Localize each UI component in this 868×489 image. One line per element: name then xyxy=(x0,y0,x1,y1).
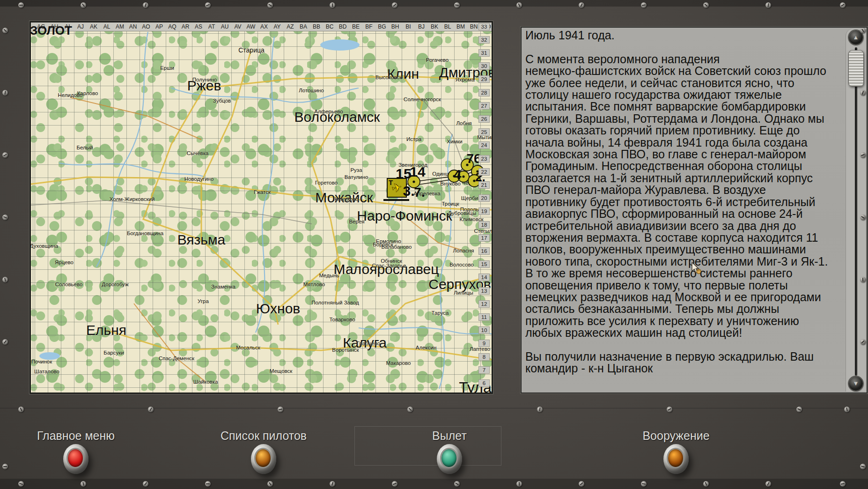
grid-row-label: 26 xyxy=(478,115,490,123)
grid-column-label: BB xyxy=(313,23,320,30)
grid-column-label: AN xyxy=(129,23,137,30)
map-label-fragment: ЗОЛОТ xyxy=(31,23,72,38)
screw-icon xyxy=(796,407,802,412)
grid-column-label: AS xyxy=(195,23,202,30)
screw-icon xyxy=(143,2,148,8)
screw-icon xyxy=(844,407,850,412)
grid-row-label: 22 xyxy=(478,168,490,176)
map-town-label: Одинцово xyxy=(432,171,457,177)
map-town-label: Макарово xyxy=(386,360,411,366)
screw-icon xyxy=(516,2,522,8)
waypoint-marker xyxy=(461,159,473,171)
screw-slot xyxy=(704,4,707,7)
main-menu-button-label: Главное меню xyxy=(37,429,115,443)
map-town-label: Холм-Жирковский xyxy=(110,196,155,202)
map-town-label: Знаменка xyxy=(211,284,235,289)
grid-row-label: 15 xyxy=(478,260,490,268)
pilots-list-button[interactable] xyxy=(251,444,276,474)
map-grid-column-header: AGAHAIAJAKALAMANAOAPAQARASATAUAVAWAXAYAZ… xyxy=(31,22,492,31)
screw-icon xyxy=(267,2,273,8)
grid-row-label: 13 xyxy=(478,287,490,295)
grid-column-label: BD xyxy=(339,23,347,30)
map-town-label: Троицк xyxy=(441,201,459,207)
grid-row-label: 10 xyxy=(478,326,490,334)
scrollbar-thumb[interactable] xyxy=(848,50,864,87)
button-gem xyxy=(256,449,271,467)
grid-column-label: AO xyxy=(142,23,150,30)
map-town-label: Карлово xyxy=(77,90,98,96)
screw-slot xyxy=(269,482,272,486)
scrollbar[interactable]: ▲ ▼ xyxy=(846,29,866,392)
grid-row-label: 12 xyxy=(478,300,490,308)
screw-icon xyxy=(2,464,8,469)
briefing-map[interactable]: СтарицаРжевКлинДмитровВолоколамскМожайск… xyxy=(31,22,492,393)
scroll-down-button[interactable]: ▼ xyxy=(849,377,863,391)
screw-slot xyxy=(268,4,272,7)
map-city-label: Юхнов xyxy=(256,301,301,317)
screw-icon xyxy=(205,481,211,487)
screw-icon xyxy=(454,481,460,487)
grid-column-label: AY xyxy=(273,23,280,30)
map-town-label: Дубровицы xyxy=(448,210,477,216)
map-town-label: Высоковск xyxy=(375,74,402,80)
screw-icon xyxy=(860,464,866,469)
grid-column-label: BN xyxy=(470,23,478,30)
map-city-label: Старица xyxy=(238,46,265,54)
screw-icon xyxy=(392,481,397,487)
screw-icon xyxy=(2,28,8,33)
screw-slot xyxy=(841,4,845,7)
top-metal-band xyxy=(0,0,868,7)
grid-row-label: 18 xyxy=(478,221,490,229)
map-town-label: Алферьево xyxy=(314,109,343,114)
screw-slot xyxy=(4,278,6,282)
screw-icon xyxy=(641,481,647,487)
screw-icon xyxy=(330,481,335,487)
map-town-label: Белый xyxy=(77,145,93,150)
main-menu-button[interactable] xyxy=(63,444,88,474)
button-gem xyxy=(668,449,683,467)
briefing-panel: Июль 1941 года. С момента вероломного на… xyxy=(521,27,868,393)
arming-button-label: Вооружение xyxy=(642,429,709,443)
grid-column-label: AT xyxy=(208,23,215,30)
map-town-label: Полотняный Завод xyxy=(311,300,359,305)
map-town-label: Горетово xyxy=(315,180,338,185)
screw-slot xyxy=(3,29,7,32)
screw-slot xyxy=(408,408,412,411)
map-town-label: Солнечногорск xyxy=(404,96,441,102)
map-city-label: Ельня xyxy=(86,322,126,338)
map-city-label: Наро-Фоминск xyxy=(357,208,452,224)
arming-button[interactable] xyxy=(663,444,689,474)
screw-icon xyxy=(840,481,846,487)
grid-column-label: BJ xyxy=(418,23,425,30)
screw-icon xyxy=(641,2,647,8)
screw-icon xyxy=(81,481,86,487)
screw-icon xyxy=(205,2,211,8)
map-town-label: Внуково xyxy=(440,181,461,186)
screw-icon xyxy=(2,215,8,220)
briefing-text: Июль 1941 года. С момента вероломного на… xyxy=(525,30,849,390)
arrow-up-icon: ▲ xyxy=(853,34,859,41)
map-town-label: Богдановщина xyxy=(127,230,163,236)
grid-row-label: 28 xyxy=(478,89,490,96)
map-town-label: Лопасня xyxy=(453,248,474,253)
map-town-label: Лотошино xyxy=(299,88,324,93)
fly-button[interactable] xyxy=(437,444,462,474)
briefing-screen: СтарицаРжевКлинДмитровВолоколамскМожайск… xyxy=(0,0,868,489)
screw-icon xyxy=(537,407,543,412)
map-town-label: Яхрома xyxy=(455,77,474,82)
map-town-label: Таруса xyxy=(432,310,449,316)
screw-icon xyxy=(840,2,846,8)
grid-column-label: AM xyxy=(116,23,124,30)
screw-slot xyxy=(19,483,23,485)
screw-slot xyxy=(519,482,520,486)
grid-column-label: BA xyxy=(300,23,307,30)
map-town-label: Истра xyxy=(406,136,421,142)
grid-column-label: AL xyxy=(103,23,110,30)
screw-icon xyxy=(18,2,24,8)
scrollbar-track[interactable] xyxy=(855,47,857,376)
screw-icon xyxy=(407,407,413,412)
grid-row-label: 8 xyxy=(478,353,490,361)
screw-slot xyxy=(19,5,23,6)
screw-slot xyxy=(393,483,397,485)
grid-column-label: AK xyxy=(90,23,97,30)
